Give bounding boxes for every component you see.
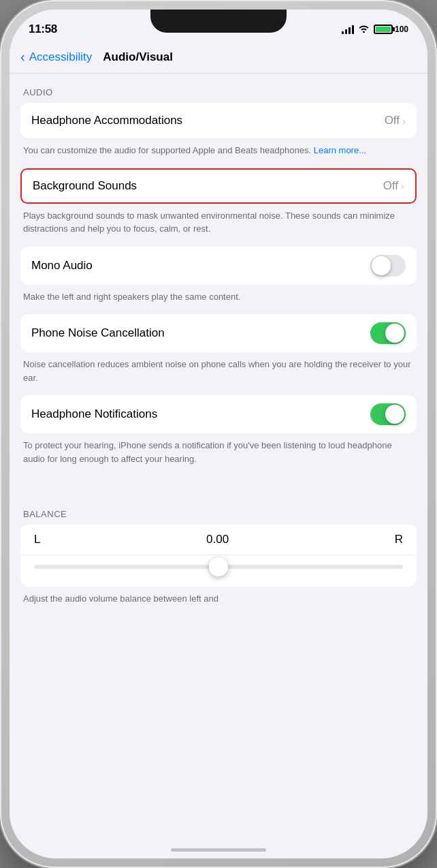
mono-audio-group: Mono Audio [20,247,417,285]
headphone-accommodations-item[interactable]: Headphone Accommodations Off › [20,103,417,138]
learn-more-link[interactable]: Learn more... [314,145,366,155]
mono-audio-toggle[interactable] [370,255,406,277]
balance-slider-track [34,565,403,569]
signal-icon [342,25,354,34]
page-title: Audio/Visual [103,50,173,64]
battery-icon: 100 [374,25,408,34]
headphone-accommodations-footer: You can customize the audio for supporte… [10,138,427,168]
balance-value: 0.00 [206,533,229,546]
audio-section-header: AUDIO [10,74,427,103]
phone-noise-label: Phone Noise Cancellation [31,326,165,340]
content-area: AUDIO Headphone Accommodations Off › You… [10,74,427,854]
phone-noise-toggle-knob [385,324,404,343]
mono-audio-item[interactable]: Mono Audio [20,247,417,285]
headphone-notifications-toggle-knob [385,405,404,424]
balance-slider-fill [34,565,218,569]
back-label: Accessibility [29,50,93,64]
headphone-accommodations-group: Headphone Accommodations Off › [20,103,417,138]
audio-section: AUDIO Headphone Accommodations Off › You… [10,74,427,476]
background-sounds-right: Off › [383,179,404,193]
balance-labels-row: L 0.00 R [20,525,417,555]
mono-audio-footer: Make the left and right speakers play th… [10,285,427,315]
phone-notch [150,10,287,33]
background-sounds-value: Off [383,179,398,193]
background-sounds-label: Background Sounds [33,179,137,193]
back-chevron-icon: ‹ [20,49,25,65]
phone-noise-item[interactable]: Phone Noise Cancellation [20,314,417,352]
background-sounds-footer: Plays background sounds to mask unwanted… [10,204,427,247]
headphone-accommodations-right: Off › [385,114,406,127]
home-indicator[interactable] [171,848,266,852]
headphone-notifications-toggle[interactable] [370,403,406,425]
headphone-notifications-group: Headphone Notifications [20,395,417,433]
wifi-icon [358,24,370,35]
balance-footer-text: Adjust the audio volume balance between … [10,587,427,611]
status-time: 11:58 [29,22,57,36]
mono-audio-toggle-knob [372,256,391,275]
back-button[interactable]: ‹ Accessibility [20,49,92,65]
nav-header: ‹ Accessibility Audio/Visual [10,44,427,74]
status-icons: 100 [342,24,408,35]
headphone-accommodations-chevron: › [402,115,406,127]
mono-audio-label: Mono Audio [31,259,93,273]
balance-left-label: L [34,533,40,546]
phone-noise-toggle[interactable] [370,322,406,344]
headphone-notifications-footer: To protect your hearing, iPhone sends a … [10,433,427,476]
background-sounds-chevron: › [401,180,404,191]
balance-section-header: BALANCE [10,495,427,525]
phone-noise-group: Phone Noise Cancellation [20,314,417,352]
phone-noise-footer: Noise cancellation reduces ambient noise… [10,352,427,395]
battery-level: 100 [395,25,408,34]
balance-slider-container [20,555,417,587]
headphone-notifications-label: Headphone Notifications [31,407,157,421]
headphone-accommodations-label: Headphone Accommodations [31,114,182,127]
balance-section: BALANCE L 0.00 R Adjust the audio volume… [10,495,427,611]
balance-slider-thumb[interactable] [209,557,228,576]
headphone-notifications-item[interactable]: Headphone Notifications [20,395,417,433]
phone-frame: 11:58 100 [0,0,437,868]
headphone-accommodations-value: Off [385,114,400,127]
balance-right-label: R [395,533,403,546]
phone-screen: 11:58 100 [10,10,427,858]
background-sounds-item[interactable]: Background Sounds Off › [20,168,417,204]
